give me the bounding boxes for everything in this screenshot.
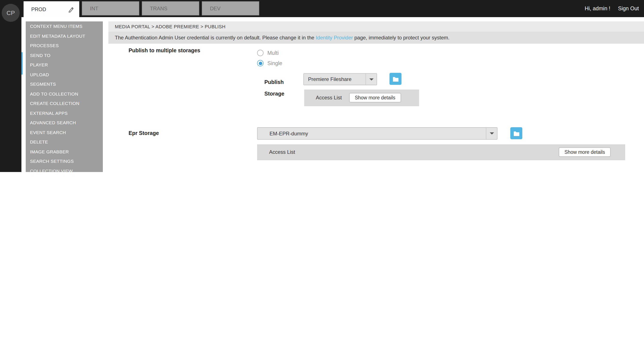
radio-multi[interactable]: Multi [257,50,279,56]
tab-label: TRANS [150,5,167,11]
chevron-down-icon [486,128,497,139]
app-window: CP PROD INT TRANS DEV Hi, admin ! Sign O… [0,0,644,172]
browse-epr-storage-button[interactable] [510,127,522,139]
browse-publish-storage-button[interactable] [390,73,402,85]
chevron-down-icon [366,74,377,85]
folder-icon [392,76,399,82]
tab-label: DEV [210,5,220,11]
edit-pen-icon[interactable] [68,6,74,12]
identity-provider-link[interactable]: Identity Provider [316,35,353,41]
sidebar-item-add-to-collection[interactable]: ADD TO COLLECTION [26,89,103,98]
sidebar-item-create-collection[interactable]: CREATE COLLECTION [26,98,103,108]
sidebar-item-image-grabber[interactable]: IMAGE GRABBER [26,147,103,156]
breadcrumb[interactable]: MEDIA PORTAL > ADOBE PREMIERE > PUBLISH [108,22,644,32]
icon-rail [0,0,22,172]
tab-label: PROD [31,6,46,12]
sidebar-item-context-menu-items[interactable]: CONTEXT MENU ITEMS [26,22,103,31]
sign-out-link[interactable]: Sign Out [618,6,639,12]
settings-sidebar: CONTEXT MENU ITEMS EDIT METADATA LAYOUT … [26,22,103,172]
tab-prod[interactable]: PROD [24,1,79,17]
publish-storage-dropdown[interactable]: Premiere Fileshare [303,73,377,85]
active-rail-indicator [22,52,23,74]
tab-int[interactable]: INT [82,1,139,16]
sidebar-item-event-search[interactable]: EVENT SEARCH [26,128,103,137]
sidebar-item-delete[interactable]: DELETE [26,137,103,147]
show-more-details-button[interactable]: Show more details [349,93,401,102]
publish-storage-label: Publish Storage [264,77,294,100]
warning-banner: The Authentication Admin User credential… [108,32,644,44]
user-area: Hi, admin ! Sign Out [585,0,639,17]
epr-storage-access-panel: Access List Show more details [257,144,625,160]
publish-multiple-storages-label: Publish to multiple storages [128,46,200,54]
sidebar-item-collection-view[interactable]: COLLECTION VIEW [26,166,103,172]
access-list-label: Access List [269,144,295,160]
sidebar-item-send-to[interactable]: SEND TO [26,50,103,60]
warning-text-post: page, immediately to protect your system… [353,35,450,41]
sidebar-item-external-apps[interactable]: EXTERNAL APPS [26,108,103,118]
environment-tabs: PROD INT TRANS DEV [24,0,259,17]
sidebar-item-advanced-search[interactable]: ADVANCED SEARCH [26,118,103,128]
sidebar-item-player[interactable]: PLAYER [26,60,103,70]
epr-storage-label: Epr Storage [128,130,159,136]
radio-circle-icon [257,60,264,66]
sidebar-item-upload[interactable]: UPLOAD [26,70,103,79]
epr-storage-dropdown[interactable]: EM-EPR-dummy [257,127,498,140]
sidebar-item-edit-metadata-layout[interactable]: EDIT METADATA LAYOUT [26,31,103,41]
tab-dev[interactable]: DEV [202,1,259,16]
radio-single[interactable]: Single [257,60,282,66]
sidebar-item-segments[interactable]: SEGMENTS [26,79,103,89]
show-more-details-button[interactable]: Show more details [559,147,610,157]
publish-storage-access-panel: Access List Show more details [304,90,419,106]
greeting-text: Hi, admin ! [585,6,610,12]
tab-trans[interactable]: TRANS [142,1,199,16]
tab-label: INT [90,5,98,11]
app-logo[interactable]: CP [2,4,20,22]
folder-icon [513,130,520,136]
radio-circle-icon [257,50,264,56]
sidebar-item-processes[interactable]: PROCESSES [26,41,103,50]
sidebar-item-search-settings[interactable]: SEARCH SETTINGS [26,156,103,166]
access-list-label: Access List [316,90,342,106]
warning-text-pre: The Authentication Admin User credential… [115,35,316,41]
